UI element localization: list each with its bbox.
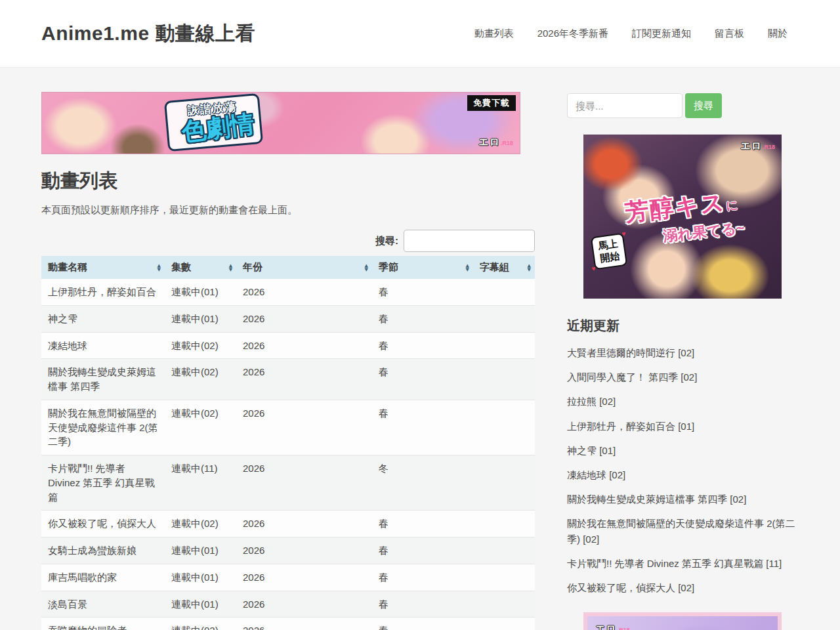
table-row: 上伊那牡丹，醉姿如百合 連載中(01) 2026 春 bbox=[41, 279, 535, 305]
recent-update-link[interactable]: 卡片戰鬥!! 先導者 Divinez 第五季 幻真星戰篇 [11] bbox=[567, 558, 782, 569]
recent-update-link[interactable]: 你又被殺了呢，偵探大人 [02] bbox=[567, 582, 694, 593]
subtitle-group-cell bbox=[473, 618, 535, 630]
episode-status: 連載中(02) bbox=[165, 332, 236, 359]
ero-r18-logo: エロ .R18 bbox=[478, 136, 513, 148]
subtitle-group-cell bbox=[473, 305, 535, 332]
sidebar-search-button[interactable]: 搜尋 bbox=[685, 93, 722, 118]
episode-status: 連載中(02) bbox=[165, 511, 236, 537]
episode-status: 連載中(02) bbox=[165, 359, 236, 400]
sidebar-search-input[interactable] bbox=[567, 93, 682, 118]
subtitle-group-cell bbox=[473, 332, 535, 359]
anime-title[interactable]: 女騎士成為蠻族新娘 bbox=[41, 537, 165, 564]
subtitle-group-cell bbox=[473, 279, 535, 305]
banner-slogan-bubble: 詼諧放蕩 色劇情 bbox=[164, 93, 263, 152]
recent-update-link[interactable]: 上伊那牡丹，醉姿如百合 [01] bbox=[567, 421, 694, 432]
site-title[interactable]: Anime1.me 動畫線上看 bbox=[41, 20, 255, 47]
table-row: 凍結地球 連載中(02) 2026 春 bbox=[41, 332, 535, 359]
season-cell: 冬 bbox=[372, 455, 473, 511]
anime-title[interactable]: 關於我在無意間被隔壁的天使變成廢柴這件事 2(第二季) bbox=[41, 400, 165, 455]
season-cell: 春 bbox=[372, 511, 473, 537]
recent-update-link[interactable]: 凍結地球 [02] bbox=[567, 469, 625, 480]
subtitle-group-cell bbox=[473, 591, 535, 618]
sort-icon: ▲▼ bbox=[528, 264, 531, 272]
recent-update-link[interactable]: 大賢者里德爾的時間逆行 [02] bbox=[567, 347, 694, 358]
year-cell: 2026 bbox=[236, 455, 372, 511]
nav-item-winter-2026[interactable]: 2026年冬季新番 bbox=[537, 28, 608, 39]
recent-update-link[interactable]: 拉拉熊 [02] bbox=[567, 396, 616, 407]
year-cell: 2026 bbox=[236, 618, 372, 630]
sort-icon: ▲▼ bbox=[229, 264, 232, 272]
list-item: 凍結地球 [02] bbox=[567, 467, 798, 482]
nav-item-message-board[interactable]: 留言板 bbox=[715, 28, 744, 39]
column-header-year[interactable]: 年份 ▲▼ bbox=[236, 256, 372, 279]
year-cell: 2026 bbox=[236, 305, 372, 332]
site-header: Anime1.me 動畫線上看 動畫列表 2026年冬季新番 訂閱更新通知 留言… bbox=[0, 0, 840, 68]
nav-item-anime-list[interactable]: 動畫列表 bbox=[474, 28, 514, 39]
season-cell: 春 bbox=[372, 537, 473, 564]
year-cell: 2026 bbox=[236, 332, 372, 359]
anime-title[interactable]: 上伊那牡丹，醉姿如百合 bbox=[41, 279, 165, 305]
episode-status: 連載中(01) bbox=[165, 279, 236, 305]
column-header-episodes[interactable]: 集數 ▲▼ bbox=[165, 256, 236, 279]
episode-status: 連載中(02) bbox=[165, 400, 236, 455]
list-item: 上伊那牡丹，醉姿如百合 [01] bbox=[567, 419, 798, 434]
ero-r18-logo: エロ .R18 bbox=[740, 140, 775, 152]
recent-update-link[interactable]: 關於我轉生變成史萊姆這檔事 第四季 [02] bbox=[567, 494, 746, 505]
year-cell: 2026 bbox=[236, 359, 372, 400]
nav-item-subscribe[interactable]: 訂閱更新通知 bbox=[632, 28, 691, 39]
ero-r18-logo: エロ .R18 bbox=[595, 623, 630, 630]
recent-update-link[interactable]: 入間同學入魔了！ 第四季 [02] bbox=[567, 371, 697, 383]
main-nav: 動畫列表 2026年冬季新番 訂閱更新通知 留言板 關於 bbox=[474, 28, 788, 40]
anime-title[interactable]: 凍結地球 bbox=[41, 332, 165, 359]
top-banner-ad[interactable]: 詼諧放蕩 色劇情 免費下載 エロ .R18 bbox=[41, 92, 520, 154]
anime-title[interactable]: 庫吉馬唱歌的家 bbox=[41, 564, 165, 591]
season-cell: 春 bbox=[372, 618, 473, 630]
anime-table: 動畫名稱 ▲▼ 集數 ▲▼ 年份 ▲▼ 季節 ▲▼ bbox=[41, 256, 535, 630]
sidebar-ad-top[interactable]: エロ .R18 芳醇キスに 溺れ果てる~ ♥ 馬上 開始 ♥ bbox=[583, 135, 782, 299]
subtitle-group-cell bbox=[473, 455, 535, 511]
nav-item-about[interactable]: 關於 bbox=[768, 28, 788, 39]
year-cell: 2026 bbox=[236, 591, 372, 618]
season-cell: 春 bbox=[372, 400, 473, 455]
table-row: 卡片戰鬥!! 先導者 Divinez 第五季 幻真星戰篇 連載中(11) 202… bbox=[41, 455, 535, 511]
episode-status: 連載中(02) bbox=[165, 618, 236, 630]
episode-status: 連載中(11) bbox=[165, 455, 236, 511]
subtitle-group-cell bbox=[473, 400, 535, 455]
sidebar-ad-bottom[interactable]: エロ .R18 bbox=[583, 612, 782, 630]
recent-updates-heading: 近期更新 bbox=[567, 317, 798, 335]
anime-title[interactable]: 卡片戰鬥!! 先導者 Divinez 第五季 幻真星戰篇 bbox=[41, 455, 165, 511]
table-row: 女騎士成為蠻族新娘 連載中(01) 2026 春 bbox=[41, 537, 535, 564]
sidebar: 搜尋 エロ .R18 芳醇キスに 溺れ果てる~ ♥ 馬上 開始 ♥ 近期更新 大… bbox=[567, 68, 798, 630]
season-cell: 春 bbox=[372, 591, 473, 618]
episode-status: 連載中(01) bbox=[165, 564, 236, 591]
anime-title[interactable]: 你又被殺了呢，偵探大人 bbox=[41, 511, 165, 537]
list-item: 關於我在無意間被隔壁的天使變成廢柴這件事 2(第二季) [02] bbox=[567, 516, 798, 546]
recent-update-link[interactable]: 關於我在無意間被隔壁的天使變成廢柴這件事 2(第二季) [02] bbox=[567, 518, 795, 544]
table-row: 你又被殺了呢，偵探大人 連載中(02) 2026 春 bbox=[41, 511, 535, 537]
table-row: 吞噬魔物的冒險者 連載中(02) 2026 春 bbox=[41, 618, 535, 630]
subtitle-group-cell bbox=[473, 537, 535, 564]
recent-updates-list: 大賢者里德爾的時間逆行 [02] 入間同學入魔了！ 第四季 [02] 拉拉熊 [… bbox=[567, 345, 798, 595]
anime-title[interactable]: 吞噬魔物的冒險者 bbox=[41, 618, 165, 630]
column-header-name[interactable]: 動畫名稱 ▲▼ bbox=[41, 256, 165, 279]
table-search: 搜尋: bbox=[41, 230, 535, 252]
main-content: 詼諧放蕩 色劇情 免費下載 エロ .R18 動畫列表 本頁面預設以更新順序排序，… bbox=[41, 68, 535, 630]
anime-table-body: 上伊那牡丹，醉姿如百合 連載中(01) 2026 春 神之雫 連載中(01) 2… bbox=[41, 279, 535, 630]
anime-title[interactable]: 關於我轉生變成史萊姆這檔事 第四季 bbox=[41, 359, 165, 400]
column-header-group[interactable]: 字幕組 ▲▼ bbox=[473, 256, 535, 279]
list-item: 神之雫 [01] bbox=[567, 443, 798, 458]
list-item: 入間同學入魔了！ 第四季 [02] bbox=[567, 369, 798, 385]
subtitle-group-cell bbox=[473, 359, 535, 400]
season-cell: 春 bbox=[372, 279, 473, 305]
list-item: 大賢者里德爾的時間逆行 [02] bbox=[567, 345, 798, 360]
page-title: 動畫列表 bbox=[41, 168, 535, 194]
recent-update-link[interactable]: 神之雫 [01] bbox=[567, 445, 616, 456]
anime-title[interactable]: 神之雫 bbox=[41, 305, 165, 332]
anime-title[interactable]: 淡島百景 bbox=[41, 591, 165, 618]
subtitle-group-cell bbox=[473, 564, 535, 591]
column-header-season[interactable]: 季節 ▲▼ bbox=[372, 256, 473, 279]
year-cell: 2026 bbox=[236, 279, 372, 305]
free-download-badge: 免費下載 bbox=[467, 95, 516, 111]
table-search-input[interactable] bbox=[404, 230, 535, 252]
list-item: 你又被殺了呢，偵探大人 [02] bbox=[567, 580, 798, 595]
